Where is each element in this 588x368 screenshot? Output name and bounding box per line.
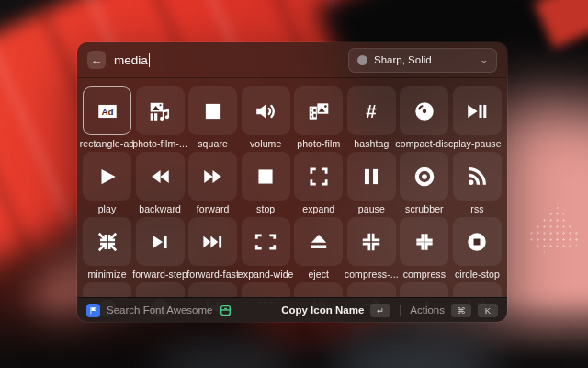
- icon-tile-photo-film-music[interactable]: [136, 86, 185, 135]
- copy-icon-name-action[interactable]: Copy Icon Name: [281, 305, 364, 316]
- icon-grid-row: Adrectangle-adphoto-film-...squarevolume…: [83, 86, 502, 152]
- style-dot-icon: [357, 55, 368, 65]
- icon-grid-row: minimizeforward-stepforward-fastexpand-w…: [83, 217, 502, 282]
- icon-tile-compress[interactable]: [400, 217, 448, 266]
- flag-icon: [86, 304, 100, 317]
- icon-tile-expand[interactable]: [294, 152, 343, 201]
- icon-cell: Adrectangle-ad: [83, 86, 131, 152]
- icon-label: pause: [358, 203, 385, 214]
- backward-icon: [148, 165, 172, 189]
- icon-label: eject: [308, 269, 329, 280]
- icon-label: forward-step: [132, 269, 187, 280]
- icon-cell: compress-...: [347, 217, 396, 282]
- icon-tile-backward[interactable]: [136, 152, 185, 201]
- icon-cell: play: [83, 152, 131, 217]
- icon-tile-rectangle-ad[interactable]: Ad: [83, 86, 131, 135]
- icon-tile-minimize[interactable]: [83, 217, 131, 266]
- icon-tile-circle-stop[interactable]: [453, 217, 502, 266]
- icon-cell: volume: [242, 86, 290, 152]
- font-awesome-search-window: ← media Sharp, Solid ⌄ Adrectangle-adpho…: [77, 42, 507, 322]
- icon-tile-compress-alt[interactable]: [347, 217, 396, 266]
- icon-tile-compact-disc[interactable]: [400, 86, 448, 135]
- expand-wide-icon: [254, 230, 277, 254]
- icon-tile-play[interactable]: [83, 152, 131, 201]
- icon-tile-hashtag[interactable]: #: [347, 86, 396, 135]
- icon-tile-scrubber[interactable]: [400, 152, 448, 201]
- icon-label: minimize: [87, 269, 126, 280]
- icon-cell: scrubber: [400, 152, 448, 217]
- style-dropdown-label: Sharp, Solid: [374, 54, 474, 65]
- scrubber-icon: [413, 165, 436, 189]
- chevron-down-icon: ⌄: [480, 56, 490, 64]
- compact-disc-icon: [413, 99, 436, 123]
- forward-step-icon: [148, 230, 172, 254]
- icon-label: rss: [470, 203, 483, 214]
- icon-cell: pause: [347, 152, 396, 217]
- text-caret: [149, 53, 151, 67]
- search-input[interactable]: media: [114, 53, 150, 67]
- icon-tile-play-pause[interactable]: [453, 86, 502, 135]
- icon-grid-row: playbackwardforwardstopexpandpausescrubb…: [83, 152, 502, 217]
- footer-bar: Search Font Awesome Copy Icon Name ↵ Act…: [77, 297, 507, 322]
- icon-label: photo-film: [297, 138, 340, 149]
- icon-label: compress: [403, 269, 446, 280]
- forward-fast-icon: [201, 230, 225, 254]
- icon-cell: #hashtag: [347, 86, 396, 152]
- icon-label: forward: [197, 203, 230, 214]
- search-value: media: [114, 53, 148, 67]
- icon-cell: expand-wide: [242, 217, 290, 282]
- icon-tile-forward[interactable]: [188, 152, 237, 201]
- icon-tile-pause[interactable]: [347, 152, 396, 201]
- command-key-badge[interactable]: ⌘: [451, 304, 471, 317]
- icon-label: stop: [256, 203, 275, 214]
- actions-label[interactable]: Actions: [410, 305, 445, 316]
- icon-cell: circle-stop: [453, 217, 502, 282]
- icon-tile-forward-step[interactable]: [136, 217, 185, 266]
- search-header: ← media Sharp, Solid ⌄: [77, 42, 507, 77]
- icon-label: expand: [302, 203, 334, 214]
- icon-cell: stop: [242, 152, 290, 217]
- icon-cell: expand: [294, 152, 343, 217]
- icon-grid: Adrectangle-adphoto-film-...squarevolume…: [77, 78, 507, 322]
- style-dropdown[interactable]: Sharp, Solid ⌄: [348, 48, 497, 73]
- icon-cell: compact-disc: [400, 86, 448, 152]
- icon-tile-forward-fast[interactable]: [188, 217, 237, 266]
- play-icon: [96, 165, 119, 189]
- icon-label: rectangle-ad: [80, 138, 135, 149]
- icon-tile-rss[interactable]: [453, 152, 502, 201]
- icon-label: scrubber: [405, 203, 444, 214]
- rss-icon: [465, 165, 489, 189]
- icon-tile-volume[interactable]: [242, 86, 290, 135]
- icon-label: square: [198, 138, 228, 149]
- svg-text:#: #: [367, 100, 378, 121]
- icon-cell: forward-fast: [188, 217, 237, 282]
- rectangle-ad-icon: Ad: [96, 99, 119, 123]
- eject-icon: [307, 230, 331, 254]
- arrow-left-icon: ←: [91, 54, 103, 66]
- icon-tile-eject[interactable]: [294, 217, 343, 266]
- photo-film-music-icon: [148, 99, 172, 123]
- icon-label: volume: [250, 138, 281, 149]
- icon-cell: forward: [188, 152, 237, 217]
- icon-tile-expand-wide[interactable]: [242, 217, 290, 266]
- compress-alt-icon: [359, 230, 383, 254]
- square-icon: [201, 99, 225, 123]
- icon-cell: play-pause: [453, 86, 502, 152]
- icon-label: play-pause: [453, 138, 501, 149]
- volume-icon: [254, 99, 277, 123]
- icon-tile-photo-film[interactable]: [294, 86, 343, 135]
- k-key-badge[interactable]: K: [478, 304, 498, 317]
- compress-icon: [413, 230, 436, 254]
- back-button[interactable]: ←: [87, 51, 106, 69]
- stop-icon: [254, 165, 277, 189]
- forward-icon: [201, 165, 225, 189]
- icon-label: compact-disc: [395, 138, 453, 149]
- icon-cell: backward: [136, 152, 185, 217]
- icon-label: play: [98, 203, 117, 214]
- icon-label: forward-fast: [187, 269, 239, 280]
- icon-label: circle-stop: [455, 269, 500, 280]
- icon-tile-stop[interactable]: [242, 152, 290, 201]
- icon-cell: compress: [400, 217, 448, 282]
- icon-tile-square[interactable]: [188, 86, 237, 135]
- return-key-badge[interactable]: ↵: [370, 304, 390, 317]
